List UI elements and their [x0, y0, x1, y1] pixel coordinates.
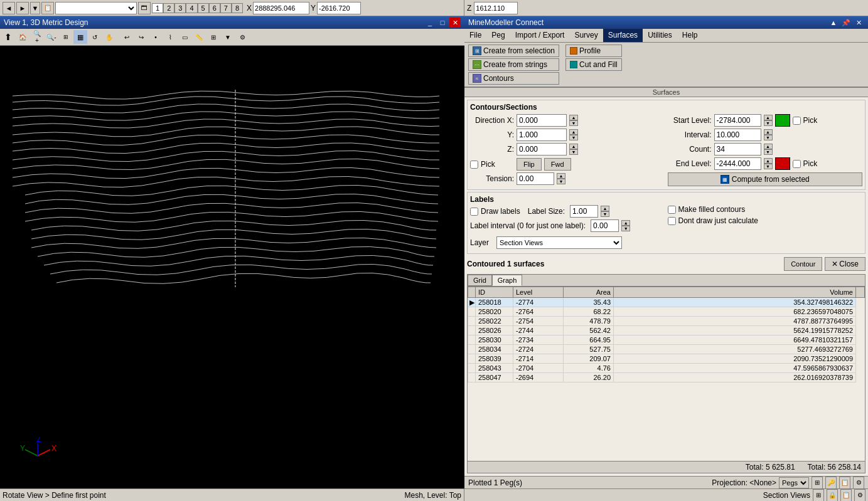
draw-labels-label[interactable]: Draw labels — [470, 207, 520, 216]
nav-page-button[interactable]: 📋 — [41, 2, 54, 14]
th-id[interactable]: ID — [476, 287, 513, 298]
label-size-input[interactable] — [570, 205, 598, 218]
nav-forward-button[interactable]: ► — [16, 2, 29, 14]
view-tb-zoom-in[interactable]: 🔍+ — [30, 30, 44, 44]
label-interval-input[interactable] — [591, 219, 619, 232]
table-row[interactable]: ▶ 258018 -2774 35.43 354.327498146322 — [468, 298, 865, 307]
dir-y-down[interactable]: ▼ — [569, 135, 578, 140]
view-tb-measure[interactable]: 📏 — [192, 30, 206, 44]
page-tab-3[interactable]: 3 — [174, 3, 186, 13]
plotted-icon-btn3[interactable]: 📋 — [839, 477, 850, 489]
count-input[interactable] — [714, 143, 761, 156]
pick-start-checkbox[interactable] — [793, 117, 801, 125]
label-size-up[interactable]: ▲ — [601, 206, 609, 211]
compute-from-selected-button[interactable]: ▦ Compute from selected — [668, 172, 863, 186]
view-tb-redo[interactable]: ↪ — [134, 30, 148, 44]
contour-button[interactable]: Contour — [784, 257, 822, 271]
view-tb-pan[interactable]: ✋ — [102, 30, 116, 44]
menu-survey[interactable]: Survey — [569, 29, 603, 42]
end-level-up[interactable]: ▲ — [764, 158, 773, 164]
view-maximize-button[interactable]: □ — [437, 18, 448, 28]
view-tb-point[interactable]: • — [149, 30, 163, 44]
profile-button[interactable]: Profile — [565, 45, 622, 57]
plotted-icon-btn4[interactable]: ⚙ — [853, 477, 864, 489]
fwd-button[interactable]: Fwd — [544, 158, 571, 171]
table-row[interactable]: 258030 -2734 664.95 6649.47810321157 — [468, 335, 865, 345]
table-row[interactable]: 258034 -2724 527.75 5277.4693272769 — [468, 345, 865, 354]
label-size-down[interactable]: ▼ — [601, 211, 609, 217]
menu-surfaces[interactable]: Surfaces — [603, 29, 643, 42]
nav-back-button[interactable]: ◄ — [3, 2, 15, 14]
count-up[interactable]: ▲ — [764, 144, 773, 149]
status-btn4[interactable]: ⚙ — [854, 489, 865, 502]
view-tb-undo[interactable]: ↩ — [120, 30, 134, 44]
table-row[interactable]: 258047 -2694 26.20 262.016920378739 — [468, 373, 865, 382]
make-filled-checkbox[interactable] — [668, 206, 676, 214]
nav-dropdown-button[interactable]: ▼ — [30, 2, 40, 14]
tension-input[interactable] — [517, 172, 554, 185]
tab-graph[interactable]: Graph — [492, 275, 523, 286]
pick-left-checkbox-label[interactable]: Pick — [470, 160, 514, 169]
start-color-swatch[interactable] — [775, 114, 790, 127]
view-tb-home[interactable]: 🏠 — [16, 30, 29, 44]
label-interval-up[interactable]: ▲ — [621, 220, 630, 226]
view-tb-arrow[interactable]: ⬆ — [1, 30, 15, 44]
create-from-selection-button[interactable]: ⊞ Create from selection — [468, 45, 559, 57]
view-tb-layers[interactable]: ⊞ — [206, 30, 220, 44]
view-select[interactable]: 3D Metric Design — [55, 2, 137, 14]
start-level-down[interactable]: ▼ — [764, 120, 773, 126]
view-tb-settings[interactable]: ⚙ — [235, 30, 249, 44]
view-tb-rotate[interactable]: ↺ — [88, 30, 102, 44]
page-tab-4[interactable]: 4 — [186, 3, 197, 13]
y-coord-input[interactable] — [317, 2, 361, 14]
dir-x-down[interactable]: ▼ — [569, 120, 578, 126]
x-coord-input[interactable] — [253, 2, 309, 14]
cut-and-fill-button[interactable]: Cut and Fill — [565, 58, 622, 71]
dir-y-input[interactable] — [517, 129, 567, 141]
dir-x-input[interactable] — [517, 114, 567, 127]
make-filled-label[interactable]: Make filled contours — [668, 205, 863, 214]
tab-grid[interactable]: Grid — [468, 275, 492, 286]
end-level-input[interactable] — [714, 157, 761, 170]
dir-z-down[interactable]: ▼ — [569, 149, 578, 155]
status-btn1[interactable]: ⊞ — [813, 489, 824, 502]
menu-utilities[interactable]: Utilities — [643, 29, 677, 42]
mm-pin[interactable]: 📌 — [840, 18, 852, 28]
close-button[interactable]: ✕ Close — [825, 257, 865, 271]
mm-close[interactable]: ✕ — [853, 18, 864, 28]
table-row[interactable]: 258020 -2764 68.22 682.236597048075 — [468, 307, 865, 317]
create-from-strings-button[interactable]: ⋯ Create from strings — [468, 58, 559, 71]
status-btn3[interactable]: 📋 — [840, 489, 852, 502]
start-level-up[interactable]: ▲ — [764, 115, 773, 120]
dir-z-input[interactable] — [517, 143, 567, 156]
plotted-icon-btn1[interactable]: ⊞ — [812, 477, 823, 489]
table-row[interactable]: 258026 -2744 562.42 5624.19915778252 — [468, 326, 865, 335]
page-tab-6[interactable]: 6 — [209, 3, 220, 13]
status-btn2[interactable]: 🔒 — [827, 489, 838, 502]
plotted-icon-btn2[interactable]: 🔑 — [825, 477, 837, 489]
view-close-button[interactable]: ✕ — [449, 18, 461, 28]
view-tb-select[interactable]: ▦ — [73, 30, 87, 44]
view-tb-fit[interactable]: ⊞ — [59, 30, 73, 44]
page-tab-7[interactable]: 7 — [220, 3, 232, 13]
flip-button[interactable]: Flip — [517, 158, 542, 171]
table-row[interactable]: 258022 -2754 478.79 4787.88773764995 — [468, 317, 865, 326]
label-interval-down[interactable]: ▼ — [621, 226, 630, 231]
view-tb-line[interactable]: ⌇ — [163, 30, 177, 44]
page-tab-1[interactable]: 1 — [152, 3, 163, 13]
interval-down[interactable]: ▼ — [764, 135, 773, 140]
pick-right-bottom-label[interactable]: Pick — [793, 159, 818, 168]
end-level-down[interactable]: ▼ — [764, 164, 773, 169]
view-tb-filter[interactable]: ▼ — [221, 30, 235, 44]
page-tab-5[interactable]: 5 — [198, 3, 209, 13]
mm-minimize[interactable]: ▲ — [828, 18, 839, 28]
page-tab-8[interactable]: 8 — [232, 3, 243, 13]
pick-right-top-label[interactable]: Pick — [793, 116, 818, 125]
projection-select[interactable]: Pegs — [779, 477, 809, 488]
interval-input[interactable] — [714, 129, 761, 141]
menu-help[interactable]: Help — [677, 29, 703, 42]
tension-up[interactable]: ▲ — [557, 173, 565, 179]
menu-file[interactable]: File — [464, 29, 486, 42]
dir-y-up[interactable]: ▲ — [569, 129, 578, 135]
th-level[interactable]: Level — [513, 287, 564, 298]
